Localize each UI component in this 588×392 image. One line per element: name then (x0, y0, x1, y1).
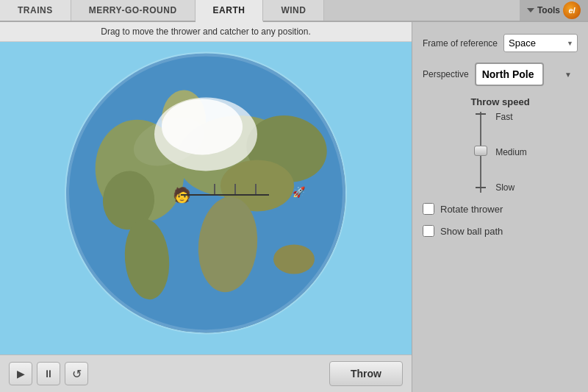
show-ball-path-label: Show ball path (440, 226, 503, 237)
main-area: Drag to move the thrower and catcher to … (0, 22, 588, 392)
speed-tick-fast (476, 113, 486, 115)
reset-button[interactable]: ↺ (65, 362, 88, 385)
play-icon: ▶ (17, 368, 25, 379)
svg-point-11 (273, 244, 315, 274)
throw-speed-label: Throw speed (470, 96, 529, 107)
tick-1 (214, 184, 215, 194)
speed-track[interactable] (473, 112, 488, 193)
instruction-bar: Drag to move the thrower and catcher to … (0, 22, 412, 42)
frame-of-reference-wrapper: Space Earth (503, 34, 578, 52)
speed-handle[interactable] (474, 146, 487, 156)
perspective-label: Perspective (423, 69, 469, 79)
right-panel: Frame of reference Space Earth Perspecti… (412, 22, 588, 392)
speed-slider-area: Fast Medium Slow (473, 112, 527, 193)
pause-button[interactable]: ⏸ (37, 362, 60, 385)
tab-trains[interactable]: TRAINS (0, 0, 71, 21)
globe-container[interactable]: 🧑 🚀 (0, 42, 412, 354)
throw-line (181, 194, 269, 196)
catcher-character[interactable]: 🚀 (293, 186, 305, 198)
reset-icon: ↺ (72, 367, 82, 381)
tools-button[interactable]: Tools el (520, 0, 588, 21)
tab-wind[interactable]: WIND (263, 0, 324, 21)
instruction-text: Drag to move the thrower and catcher to … (101, 26, 311, 37)
rotate-thrower-label: Rotate thrower (440, 204, 503, 215)
bottom-controls: ▶ ⏸ ↺ Throw (0, 354, 412, 392)
tab-merry-go-round[interactable]: MERRY-GO-ROUND (71, 0, 196, 21)
tools-logo: el (563, 1, 581, 19)
frame-of-reference-select[interactable]: Space Earth (503, 34, 578, 52)
perspective-wrapper: North Pole South Pole Equator (475, 63, 578, 86)
rotate-thrower-checkbox[interactable] (423, 203, 434, 215)
tick-2 (234, 184, 236, 194)
throw-speed-section: Throw speed Fast Medium Slow (423, 96, 578, 193)
frame-of-reference-label: Frame of reference (423, 38, 498, 49)
pause-icon: ⏸ (43, 368, 54, 379)
perspective-select[interactable]: North Pole South Pole Equator (475, 63, 544, 86)
throw-button[interactable]: Throw (329, 361, 403, 386)
frame-of-reference-row: Frame of reference Space Earth (423, 34, 578, 52)
speed-label-medium: Medium (495, 147, 527, 157)
sim-panel: Drag to move the thrower and catcher to … (0, 22, 412, 392)
rotate-thrower-row: Rotate thrower (423, 203, 578, 215)
play-button[interactable]: ▶ (9, 362, 32, 385)
show-ball-path-checkbox[interactable] (423, 225, 434, 237)
speed-label-slow: Slow (495, 182, 527, 193)
speed-labels: Fast Medium Slow (495, 112, 527, 193)
tab-earth[interactable]: EARTH (196, 0, 264, 22)
tools-dropdown-icon (527, 8, 534, 13)
show-ball-path-row: Show ball path (423, 225, 578, 237)
tick-3 (255, 184, 257, 194)
tools-label: Tools (537, 5, 560, 15)
speed-label-fast: Fast (495, 112, 527, 122)
tab-bar: TRAINS MERRY-GO-ROUND EARTH WIND Tools e… (0, 0, 588, 22)
speed-tick-slow (476, 187, 486, 188)
perspective-row: Perspective North Pole South Pole Equato… (423, 63, 578, 86)
